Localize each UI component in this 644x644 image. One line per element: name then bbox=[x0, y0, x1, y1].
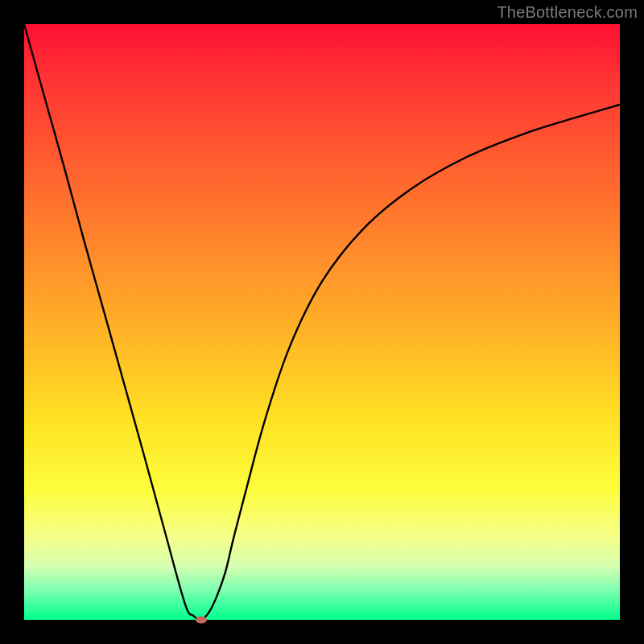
bottleneck-curve-path bbox=[24, 24, 620, 620]
curve-svg bbox=[24, 24, 620, 620]
chart-frame: TheBottleneck.com bbox=[0, 0, 644, 644]
watermark-text: TheBottleneck.com bbox=[497, 3, 638, 22]
plot-area bbox=[24, 24, 620, 620]
optimum-marker bbox=[196, 617, 207, 624]
